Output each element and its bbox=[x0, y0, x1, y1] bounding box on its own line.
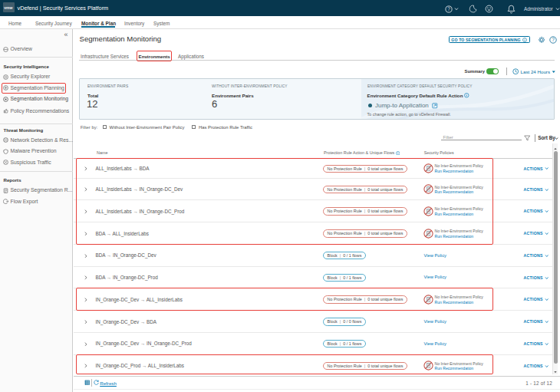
svg-text:?: ? bbox=[552, 37, 555, 42]
svg-text:?: ? bbox=[447, 6, 450, 12]
